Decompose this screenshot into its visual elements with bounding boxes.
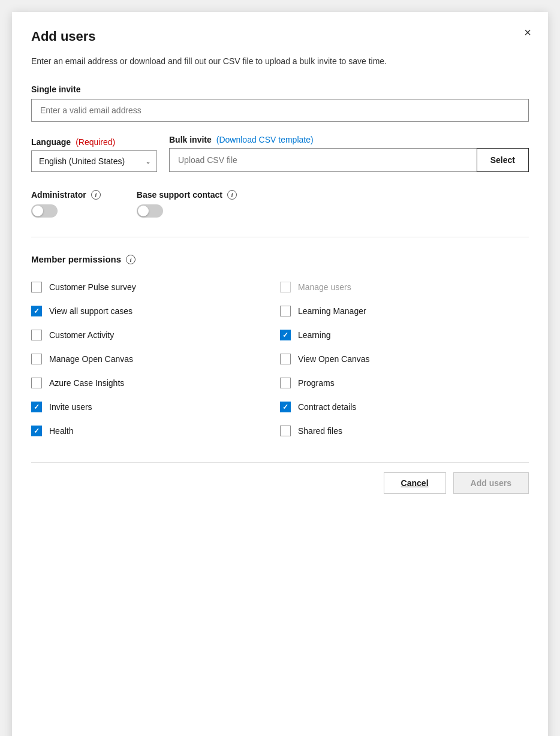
permissions-info-icon: i bbox=[126, 255, 136, 264]
permission-label-shared-files: Shared files bbox=[298, 426, 342, 436]
permission-item-invite-users: ✓ Invite users bbox=[31, 395, 280, 419]
add-users-button[interactable]: Add users bbox=[453, 472, 529, 494]
language-label: Language(Required) bbox=[31, 137, 157, 147]
checkbox-view-open-canvas[interactable] bbox=[280, 354, 291, 364]
permission-item-customer-activity: Customer Activity bbox=[31, 323, 280, 347]
permission-label-learning-manager: Learning Manager bbox=[298, 306, 366, 316]
base-support-label-row: Base support contact i bbox=[137, 190, 237, 200]
checkbox-manage-open-canvas[interactable] bbox=[31, 354, 42, 364]
base-support-toggle[interactable] bbox=[137, 204, 163, 218]
language-field-group: Language(Required) English (United State… bbox=[31, 137, 157, 172]
permission-item-customer-pulse: Customer Pulse survey bbox=[31, 275, 280, 299]
administrator-label: Administrator bbox=[31, 190, 86, 200]
checkbox-customer-activity[interactable] bbox=[31, 330, 42, 340]
permission-item-health: ✓ Health bbox=[31, 419, 280, 443]
language-select[interactable]: English (United States) bbox=[31, 150, 157, 172]
administrator-label-row: Administrator i bbox=[31, 190, 101, 200]
permission-item-contract-details: ✓ Contract details bbox=[280, 395, 529, 419]
permissions-grid: Customer Pulse survey Manage users ✓ Vie… bbox=[31, 275, 529, 443]
permission-item-view-open-canvas: View Open Canvas bbox=[280, 347, 529, 371]
base-support-toggle-knob bbox=[138, 206, 149, 216]
permission-label-azure-case: Azure Case Insights bbox=[49, 378, 124, 388]
permission-item-manage-users: Manage users bbox=[280, 275, 529, 299]
permission-item-programs: Programs bbox=[280, 371, 529, 395]
upload-csv-input[interactable] bbox=[169, 148, 477, 172]
member-permissions-section: Member permissions i Customer Pulse surv… bbox=[31, 254, 529, 443]
permission-label-manage-users: Manage users bbox=[298, 282, 351, 292]
bulk-invite-field-group: Bulk invite(Download CSV template) Selec… bbox=[169, 135, 529, 172]
permission-label-contract-details: Contract details bbox=[298, 402, 356, 412]
single-invite-label: Single invite bbox=[31, 85, 529, 94]
base-support-info-icon: i bbox=[227, 190, 237, 200]
checkbox-learning[interactable]: ✓ bbox=[280, 330, 291, 340]
permission-label-invite-users: Invite users bbox=[49, 402, 92, 412]
checkbox-invite-users[interactable]: ✓ bbox=[31, 402, 42, 412]
permission-item-learning-manager: Learning Manager bbox=[280, 299, 529, 323]
permission-label-customer-activity: Customer Activity bbox=[49, 330, 114, 340]
close-button[interactable]: × bbox=[522, 24, 534, 41]
toggles-row: Administrator i Base support contact i bbox=[31, 190, 529, 218]
language-bulk-row: Language(Required) English (United State… bbox=[31, 135, 529, 172]
add-users-dialog: × Add users Enter an email address or do… bbox=[12, 12, 548, 736]
language-select-wrapper: English (United States) ⌄ bbox=[31, 150, 157, 172]
download-csv-link[interactable]: (Download CSV template) bbox=[216, 135, 314, 144]
permission-label-view-support: View all support cases bbox=[49, 306, 133, 316]
required-label: (Required) bbox=[76, 137, 115, 147]
permission-item-view-support: ✓ View all support cases bbox=[31, 299, 280, 323]
checkbox-health[interactable]: ✓ bbox=[31, 426, 42, 436]
base-support-group: Base support contact i bbox=[137, 190, 237, 218]
checkbox-learning-manager[interactable] bbox=[280, 306, 291, 316]
dialog-description: Enter an email address or download and f… bbox=[31, 55, 529, 68]
administrator-info-icon: i bbox=[91, 190, 101, 200]
permission-label-view-open-canvas: View Open Canvas bbox=[298, 354, 370, 364]
permissions-header: Member permissions i bbox=[31, 254, 529, 264]
permission-label-manage-open-canvas: Manage Open Canvas bbox=[49, 354, 133, 364]
permission-item-manage-open-canvas: Manage Open Canvas bbox=[31, 347, 280, 371]
permission-label-health: Health bbox=[49, 426, 73, 436]
administrator-toggle-knob bbox=[32, 206, 43, 216]
checkbox-manage-users bbox=[280, 282, 291, 292]
checkbox-customer-pulse[interactable] bbox=[31, 282, 42, 292]
checkbox-programs[interactable] bbox=[280, 378, 291, 388]
administrator-group: Administrator i bbox=[31, 190, 101, 218]
cancel-button[interactable]: Cancel bbox=[384, 472, 446, 494]
administrator-toggle[interactable] bbox=[31, 204, 58, 218]
bulk-row: Select bbox=[169, 148, 529, 172]
permission-item-azure-case: Azure Case Insights bbox=[31, 371, 280, 395]
checkbox-contract-details[interactable]: ✓ bbox=[280, 402, 291, 412]
permission-label-programs: Programs bbox=[298, 378, 335, 388]
permissions-label: Member permissions bbox=[31, 254, 121, 264]
permission-item-learning: ✓ Learning bbox=[280, 323, 529, 347]
permission-label-customer-pulse: Customer Pulse survey bbox=[49, 282, 136, 292]
checkbox-view-support[interactable]: ✓ bbox=[31, 306, 42, 316]
divider bbox=[31, 237, 529, 237]
base-support-label: Base support contact bbox=[137, 190, 222, 200]
dialog-footer: Cancel Add users bbox=[31, 462, 529, 494]
permission-label-learning: Learning bbox=[298, 330, 331, 340]
dialog-title: Add users bbox=[31, 29, 529, 44]
email-input[interactable] bbox=[31, 99, 529, 122]
checkbox-azure-case[interactable] bbox=[31, 378, 42, 388]
bulk-invite-label: Bulk invite(Download CSV template) bbox=[169, 135, 529, 144]
permission-item-shared-files: Shared files bbox=[280, 419, 529, 443]
checkbox-shared-files[interactable] bbox=[280, 426, 291, 436]
select-button[interactable]: Select bbox=[477, 148, 529, 172]
